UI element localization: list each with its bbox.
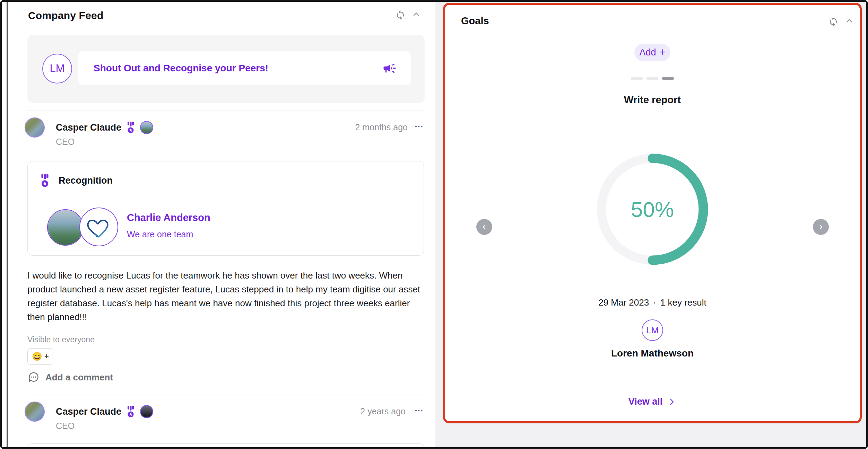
carousel-prev-button[interactable]: ‹	[476, 219, 492, 235]
grinning-emoji-icon: 😄	[32, 352, 42, 361]
goal-title: Write report	[445, 94, 860, 106]
add-comment-button[interactable]: Add a comment	[27, 371, 113, 384]
recognition-recipient-name[interactable]: Charlie Anderson	[127, 212, 210, 223]
recognition-medal-icon	[127, 406, 135, 417]
recognition-card-divider	[28, 203, 424, 203]
plus-icon: +	[44, 352, 49, 361]
author-avatar[interactable]	[25, 402, 45, 422]
recognition-value-tag: We are one team	[127, 229, 193, 239]
meta-separator-dot: ·	[653, 297, 656, 308]
shoutout-input[interactable]: Shout Out and Recognise your Peers!	[78, 51, 411, 85]
shoutout-banner: LM Shout Out and Recognise your Peers!	[27, 35, 425, 103]
more-options-icon[interactable]: •••	[413, 407, 426, 414]
recognition-medal-icon	[40, 174, 50, 187]
goal-key-results: 1 key result	[660, 297, 706, 308]
badge-mini-avatar[interactable]	[140, 121, 153, 134]
megaphone-icon	[382, 61, 397, 76]
recognition-card-title: Recognition	[59, 175, 113, 186]
add-comment-label: Add a comment	[45, 372, 113, 383]
add-goal-button[interactable]: Add +	[634, 44, 670, 61]
left-divider-line	[7, 0, 8, 449]
goal-owner-avatar[interactable]: LM	[642, 319, 663, 341]
refresh-icon[interactable]	[395, 9, 406, 20]
refresh-icon[interactable]	[828, 15, 839, 26]
author-avatar[interactable]	[25, 117, 45, 138]
feed-divider	[27, 111, 425, 111]
current-user-avatar[interactable]: LM	[42, 54, 72, 83]
goal-meta-row: 29 Mar 2023 · 1 key result	[445, 297, 860, 308]
next-card-partial	[27, 443, 425, 449]
heart-icon	[88, 220, 108, 237]
carousel-dot-3[interactable]	[662, 77, 674, 80]
comment-bubble-icon	[27, 371, 40, 384]
author-name[interactable]: Casper Claude	[56, 406, 121, 417]
feed-divider	[27, 395, 425, 395]
post-visibility-label: Visible to everyone	[27, 335, 95, 344]
view-all-label: View all	[628, 396, 663, 407]
goals-title: Goals	[461, 15, 489, 27]
author-role: CEO	[56, 421, 75, 431]
plus-icon: +	[659, 47, 665, 58]
post-author-row: Casper Claude	[56, 405, 153, 418]
post-timestamp: 2 months ago	[355, 122, 408, 132]
post-body-text: I would like to recognise Lucas for the …	[27, 268, 427, 324]
chevron-right-icon: ›	[819, 221, 823, 231]
chevron-left-icon: ‹	[483, 221, 486, 231]
recognition-card-header: Recognition	[40, 174, 113, 187]
collapse-chevron-up-icon[interactable]	[411, 9, 422, 20]
goal-progress-ring: 50%	[593, 150, 711, 268]
company-feed-header-actions	[395, 9, 422, 20]
add-reaction-button[interactable]: 😄 +	[27, 348, 53, 365]
goals-carousel-dots	[445, 77, 860, 80]
company-feed-title: Company Feed	[28, 10, 103, 21]
company-feed-panel: Company Feed LM Shout Out and Recognise …	[9, 2, 435, 447]
carousel-next-button[interactable]: ›	[813, 219, 829, 235]
carousel-dot-2[interactable]	[646, 77, 658, 80]
left-gutter	[0, 0, 9, 449]
goals-panel: Goals Add + Write report ‹ ›	[443, 3, 862, 423]
post-author-row: Casper Claude	[56, 121, 153, 134]
more-options-icon[interactable]: •••	[413, 123, 426, 130]
author-name[interactable]: Casper Claude	[56, 122, 121, 133]
add-goal-label: Add	[639, 47, 656, 58]
collapse-chevron-up-icon[interactable]	[844, 15, 855, 26]
goal-owner-name: Loren Mathewson	[445, 348, 860, 359]
view-all-goals-link[interactable]: View all	[445, 396, 860, 407]
badge-mini-avatar[interactable]	[140, 405, 153, 418]
dashboard: Company Feed LM Shout Out and Recognise …	[0, 0, 868, 449]
chevron-right-icon	[667, 397, 676, 406]
goals-header-actions	[828, 15, 855, 26]
carousel-dot-1[interactable]	[631, 77, 643, 80]
recognition-card: Recognition Charlie Anderson We are one …	[27, 161, 424, 256]
goal-progress-percent: 50%	[593, 150, 711, 268]
shoutout-prompt: Shout Out and Recognise your Peers!	[94, 63, 382, 74]
post-timestamp: 2 years ago	[360, 406, 406, 416]
goal-due-date: 29 Mar 2023	[598, 297, 649, 308]
recognition-heart-badge	[79, 208, 118, 246]
recognition-medal-icon	[127, 122, 135, 133]
recipient-photo-avatar[interactable]	[47, 209, 84, 246]
author-role: CEO	[56, 137, 75, 147]
